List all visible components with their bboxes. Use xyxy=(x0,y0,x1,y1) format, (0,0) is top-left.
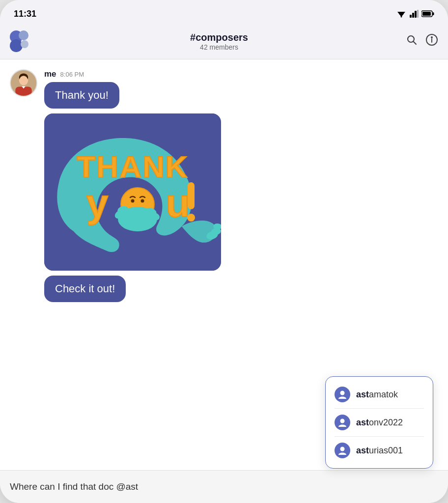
input-text[interactable]: Where can I find that doc @ast xyxy=(10,479,438,494)
nav-right xyxy=(399,33,438,49)
svg-point-28 xyxy=(131,199,135,203)
svg-rect-6 xyxy=(417,10,419,18)
input-area[interactable]: Where can I find that doc @ast astamatok xyxy=(0,470,448,503)
mention-popup: astamatok astonv2022 xyxy=(325,376,433,469)
svg-rect-36 xyxy=(188,182,195,209)
status-icons xyxy=(396,10,434,18)
thank-you-sticker: THANK y xyxy=(44,113,221,271)
svg-point-2 xyxy=(401,16,402,18)
svg-point-40 xyxy=(340,447,345,451)
svg-rect-9 xyxy=(422,12,431,16)
mention-avatar-1 xyxy=(335,387,350,402)
signal-icon xyxy=(410,10,419,18)
message-bubble-2: Check it out! xyxy=(44,276,126,302)
svg-line-11 xyxy=(414,42,417,45)
nav-bar: #composers 42 members xyxy=(0,26,448,59)
svg-point-37 xyxy=(187,214,195,222)
svg-point-19 xyxy=(20,76,28,85)
message-time: 8:06 PM xyxy=(60,71,84,78)
mention-item-astamatok[interactable]: astamatok xyxy=(326,381,433,408)
mention-name-astamatok: astamatok xyxy=(356,390,398,400)
members-count: 42 members xyxy=(39,43,399,51)
info-icon[interactable] xyxy=(425,33,438,49)
avatar-dot-4 xyxy=(21,40,28,48)
nav-center: #composers 42 members xyxy=(39,32,399,51)
mention-name-astonv2022: astonv2022 xyxy=(356,418,403,428)
svg-text:THANK: THANK xyxy=(77,150,189,184)
mention-avatar-3 xyxy=(335,443,350,458)
phone-frame: 11:31 xyxy=(0,0,448,503)
svg-rect-8 xyxy=(433,12,434,15)
mention-item-astonv2022[interactable]: astonv2022 xyxy=(326,409,433,436)
person-icon-2 xyxy=(337,418,347,427)
nav-left xyxy=(10,30,39,52)
avatar-dot-2 xyxy=(19,30,28,40)
sender-name: me xyxy=(44,69,56,79)
avatar-image xyxy=(11,69,36,97)
sticker-bubble: THANK y xyxy=(44,113,221,271)
person-icon-3 xyxy=(337,446,347,455)
status-time: 11:31 xyxy=(14,9,36,19)
svg-rect-4 xyxy=(412,13,414,18)
svg-text:y: y xyxy=(86,181,109,225)
svg-rect-3 xyxy=(410,15,412,18)
channel-name[interactable]: #composers xyxy=(39,32,399,43)
messages-content: me 8:06 PM Thank you! xyxy=(44,69,438,307)
search-icon[interactable] xyxy=(406,34,418,49)
svg-rect-5 xyxy=(415,11,417,18)
svg-point-39 xyxy=(340,419,345,423)
group-icon xyxy=(10,30,34,52)
person-icon-1 xyxy=(337,390,347,399)
svg-point-38 xyxy=(340,391,345,395)
mention-avatar-2 xyxy=(335,415,350,430)
sender-line: me 8:06 PM xyxy=(44,69,438,79)
status-bar: 11:31 xyxy=(0,0,448,26)
mention-item-asturias001[interactable]: asturias001 xyxy=(326,437,433,464)
svg-point-29 xyxy=(141,199,144,203)
battery-icon xyxy=(421,10,434,17)
mention-name-asturias001: asturias001 xyxy=(356,446,403,456)
wifi-icon xyxy=(396,10,407,18)
svg-text:u: u xyxy=(166,181,190,225)
message-group: me 8:06 PM Thank you! xyxy=(10,69,438,307)
avatar xyxy=(10,69,37,97)
message-bubble-1: Thank you! xyxy=(44,82,119,109)
svg-point-14 xyxy=(431,37,432,38)
